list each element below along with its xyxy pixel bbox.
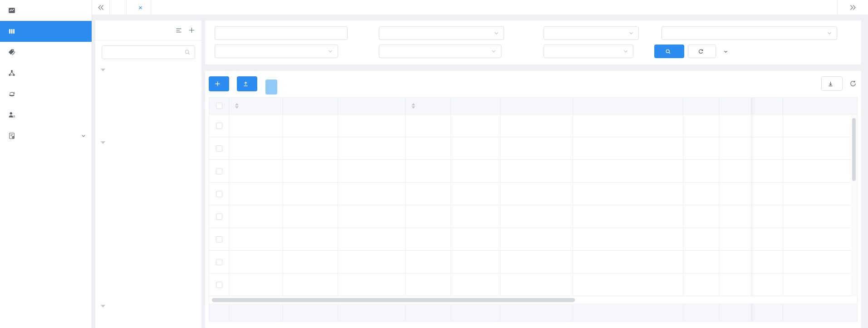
- tree-node[interactable]: [95, 279, 201, 297]
- tree-node[interactable]: [95, 261, 201, 279]
- filter-high-value-select[interactable]: [544, 45, 633, 58]
- column-header-status: [751, 98, 783, 114]
- chevron-down-icon: [623, 49, 628, 54]
- cell-spec: [573, 160, 683, 183]
- expand-toggle[interactable]: [721, 45, 728, 58]
- import-button[interactable]: [237, 76, 257, 91]
- realtime-ledger-tab[interactable]: ×: [127, 0, 151, 15]
- summary-cell-brand: [500, 303, 573, 322]
- tree-node[interactable]: [95, 206, 201, 224]
- filter-recipient-select[interactable]: [544, 26, 639, 40]
- cell-brand: [500, 160, 573, 183]
- sort-icon[interactable]: [412, 103, 415, 109]
- row-checkbox[interactable]: [216, 214, 222, 220]
- tree-node[interactable]: [95, 224, 201, 243]
- table-row: [209, 228, 857, 251]
- summary-cell-user: [719, 303, 751, 322]
- sidebar-item-realtime-ledger[interactable]: [0, 21, 92, 42]
- download-icon: [828, 81, 834, 87]
- sidebar-item-asset-portal[interactable]: [0, 0, 92, 21]
- tabbar: ×: [92, 0, 868, 15]
- cell-name: [283, 160, 338, 183]
- filter-row-1: [209, 26, 858, 40]
- refresh-icon[interactable]: [849, 80, 857, 87]
- row-checkbox[interactable]: [216, 145, 222, 152]
- column-header-name: [283, 98, 338, 114]
- filter-space-select[interactable]: [662, 26, 837, 40]
- cell-user: [719, 137, 751, 160]
- row-checkbox[interactable]: [216, 236, 222, 243]
- batch-confirm-button[interactable]: [265, 80, 277, 94]
- collapse-sidebar-button[interactable]: [92, 0, 110, 15]
- sidebar-item-inventory-plan[interactable]: [0, 63, 92, 84]
- chevron-down-icon: [628, 30, 634, 36]
- tree-node[interactable]: [95, 61, 201, 79]
- search-icon: [184, 49, 191, 55]
- summary-cell-status: [751, 303, 783, 322]
- sort-icon[interactable]: [235, 103, 239, 109]
- cell-select: [209, 183, 229, 205]
- cell-code: [229, 183, 283, 205]
- cell-code: [229, 137, 283, 160]
- cell-type: [338, 114, 406, 137]
- tree-node[interactable]: [95, 170, 201, 188]
- tree-node[interactable]: [95, 152, 201, 170]
- sidebar-item-my-assets[interactable]: [0, 104, 92, 125]
- tree-node[interactable]: [95, 79, 201, 97]
- chevron-down-icon: [827, 30, 832, 36]
- select-all-checkbox[interactable]: [216, 103, 222, 109]
- export-button[interactable]: [821, 76, 843, 91]
- cell-type: [338, 137, 406, 160]
- cell-brand: [500, 114, 573, 137]
- filter-recipient: [539, 26, 639, 40]
- column-header-price: [451, 98, 500, 114]
- column-header-type: [338, 98, 406, 114]
- inbound-button[interactable]: [209, 76, 229, 91]
- cell-status: [751, 160, 783, 183]
- horizontal-scrollbar-thumb[interactable]: [212, 298, 575, 302]
- close-icon[interactable]: ×: [138, 4, 142, 11]
- tab-overflow-button[interactable]: [837, 0, 868, 15]
- tree-node[interactable]: [95, 97, 201, 115]
- row-checkbox[interactable]: [216, 282, 222, 288]
- column-header-action: [783, 98, 857, 114]
- row-checkbox[interactable]: [216, 123, 222, 129]
- filter-asset-type-select[interactable]: [379, 26, 504, 40]
- asset-portal-tab[interactable]: [110, 0, 127, 15]
- cell-user: [719, 228, 751, 251]
- sidebar-item-etag-management[interactable]: [0, 42, 92, 63]
- vertical-scrollbar-thumb[interactable]: [852, 118, 856, 181]
- cell-date: [406, 251, 451, 273]
- app-window: ×: [0, 0, 868, 328]
- summary-label: [209, 303, 229, 322]
- search-button[interactable]: [654, 45, 684, 58]
- summary-cell-date: [406, 303, 451, 322]
- tree-node[interactable]: [95, 243, 201, 261]
- tree-node[interactable]: [95, 315, 201, 328]
- filter-asset-status: [210, 45, 338, 58]
- sidebar-item-inventory-dispose[interactable]: [0, 84, 92, 104]
- column-header-date[interactable]: [406, 98, 451, 114]
- collapse-all-icon[interactable]: [175, 27, 182, 34]
- row-checkbox[interactable]: [216, 168, 222, 174]
- filter-asset-type: [374, 26, 504, 40]
- tree-node[interactable]: [95, 134, 201, 152]
- filter-keyword-input[interactable]: [215, 26, 348, 40]
- reset-button[interactable]: [688, 45, 716, 58]
- cell-select: [209, 114, 229, 137]
- sidebar-item-fixed-asset-settings[interactable]: [0, 125, 92, 146]
- tree-node[interactable]: [95, 297, 201, 315]
- cell-spec: [573, 114, 683, 137]
- cell-price: [451, 183, 500, 205]
- cell-price: [451, 137, 500, 160]
- filter-asset-status-select[interactable]: [215, 45, 338, 58]
- table-row: [209, 160, 857, 183]
- row-checkbox[interactable]: [216, 259, 222, 265]
- column-header-code[interactable]: [229, 98, 283, 114]
- add-type-icon[interactable]: [188, 27, 195, 34]
- tree-node[interactable]: [95, 115, 201, 134]
- row-checkbox[interactable]: [216, 191, 222, 197]
- tree-search-input[interactable]: [102, 45, 195, 59]
- tree-node[interactable]: [95, 188, 201, 206]
- filter-inventory-flag-select[interactable]: [379, 45, 501, 58]
